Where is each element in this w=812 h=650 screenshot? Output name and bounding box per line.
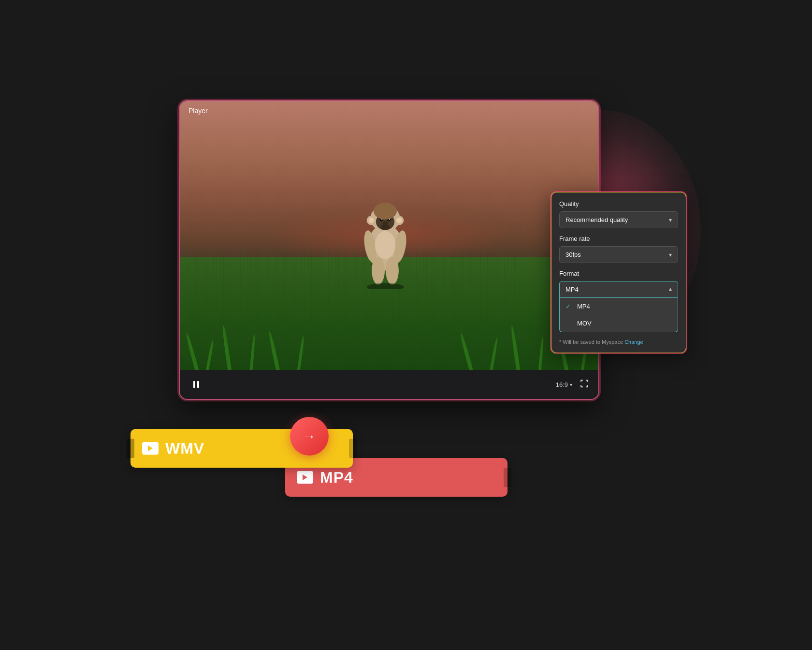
format-value: MP4 (566, 286, 579, 293)
framerate-value: 30fps (566, 251, 581, 258)
svg-point-13 (396, 218, 402, 223)
svg-point-24 (268, 331, 285, 370)
format-option-mp4[interactable]: ✓ MP4 (560, 298, 678, 315)
player-container: Player (179, 100, 599, 400)
format-dropdown-arrow: ▾ (669, 286, 672, 293)
save-note: * Will be saved to Myspace Change (559, 339, 678, 345)
format-label: Format (559, 270, 678, 277)
quality-label: Quality (559, 200, 678, 207)
svg-point-9 (374, 203, 397, 220)
player-controls: 16:9 ▾ (180, 370, 598, 399)
quality-value: Recommended quality (566, 216, 628, 223)
quality-panel: Quality Recommended quality ▾ Frame rate… (551, 192, 686, 353)
framerate-dropdown[interactable]: 30fps ▾ (559, 246, 678, 263)
svg-point-16 (375, 231, 395, 259)
change-link[interactable]: Change (624, 339, 643, 345)
conversion-arrow: → (290, 417, 329, 456)
svg-point-23 (248, 335, 256, 370)
svg-rect-32 (193, 381, 195, 388)
wmv-label: WMV (165, 440, 204, 458)
svg-point-28 (510, 325, 523, 370)
framerate-dropdown-arrow: ▾ (669, 251, 672, 258)
framerate-label: Frame rate (559, 235, 678, 242)
fullscreen-button[interactable] (580, 379, 589, 390)
format-option-mov[interactable]: ✓ MOV (560, 315, 678, 332)
aspect-ratio-button[interactable]: 16:9 ▾ (556, 381, 572, 388)
wmv-format-icon (142, 442, 159, 455)
svg-point-29 (537, 337, 544, 370)
quality-dropdown[interactable]: Recommended quality ▾ (559, 211, 678, 228)
play-icon (303, 474, 307, 480)
video-area (180, 101, 598, 370)
svg-point-8 (380, 224, 390, 230)
svg-point-20 (185, 333, 204, 370)
player-title: Player (188, 107, 208, 115)
svg-point-11 (368, 218, 374, 223)
check-icon: ✓ (566, 303, 573, 310)
pause-button[interactable] (189, 378, 203, 391)
play-icon (148, 445, 153, 451)
svg-point-26 (459, 333, 478, 370)
format-dropdown-menu: ✓ MP4 ✓ MOV (559, 298, 678, 332)
monkey-image (347, 168, 424, 291)
arrow-icon: → (303, 429, 316, 444)
mp4-label: MP4 (320, 469, 353, 487)
svg-point-21 (203, 340, 214, 370)
format-dropdown[interactable]: MP4 ▾ (559, 281, 678, 298)
svg-point-25 (295, 336, 305, 370)
svg-point-22 (221, 325, 234, 370)
mp4-format-icon (297, 471, 313, 484)
svg-rect-33 (197, 381, 199, 388)
quality-dropdown-arrow: ▾ (669, 217, 672, 223)
svg-point-27 (487, 337, 499, 370)
main-scene: Player (140, 71, 672, 579)
